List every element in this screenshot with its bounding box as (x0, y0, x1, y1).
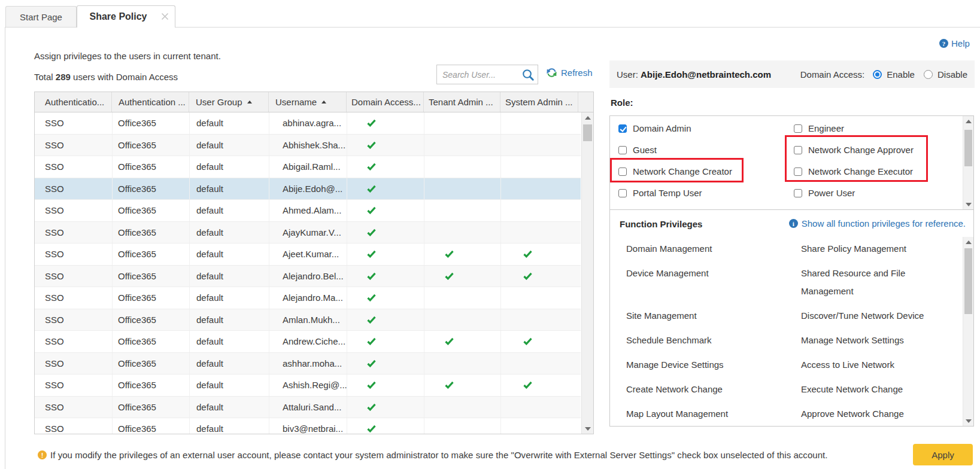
privilege-item: Approve Network Change (785, 402, 959, 425)
role-scroll-down-icon[interactable] (963, 199, 973, 209)
table-row-ajeet-kumar[interactable]: SSOOffice365defaultAjeet.Kumar... (35, 243, 581, 266)
column-header-username[interactable]: Username (269, 92, 347, 112)
column-header-tenant-admin[interactable]: Tenant Admin ... (424, 92, 500, 112)
column-separator (269, 374, 269, 396)
privilege-item: Execute Network Change (785, 377, 959, 402)
column-separator (269, 353, 269, 374)
tab-share-policy[interactable]: Share Policy (77, 5, 175, 28)
checkbox-unchecked-icon[interactable] (618, 168, 627, 176)
table-row-alejandro-ma[interactable]: SSOOffice365defaultAlejandro.Ma... (35, 287, 581, 309)
role-list-scrollbar[interactable] (963, 116, 973, 209)
radio-disable-icon[interactable] (924, 70, 933, 79)
role-option-label: Network Change Executor (808, 166, 913, 176)
column-header-system-admin[interactable]: System Admin ... (500, 92, 578, 112)
privileges-scroll-down-icon[interactable] (963, 416, 973, 426)
privilege-item: Discover/Tune Network Device (785, 304, 959, 328)
column-header-authenticatio[interactable]: Authenticatio... (35, 92, 112, 112)
apply-button[interactable]: Apply (913, 444, 973, 465)
close-tab-icon[interactable] (161, 13, 169, 20)
radio-disable[interactable]: Disable (924, 69, 967, 80)
radio-disable-label: Disable (937, 69, 967, 80)
table-row-ahmed-alam[interactable]: SSOOffice365defaultAhmed.Alam... (35, 200, 581, 222)
username-cell: Alejandro.Ma... (283, 287, 343, 309)
users-table-scrollbar-thumb[interactable] (583, 124, 592, 141)
table-row-ashhar-moha[interactable]: SSOOffice365defaultashhar.moha... (35, 353, 581, 375)
privileges-scrollbar-thumb[interactable] (964, 248, 972, 314)
role-option-engineer[interactable]: Engineer (794, 123, 844, 133)
tab-start-page[interactable]: Start Page (5, 6, 77, 27)
role-option-guest[interactable]: Guest (618, 145, 657, 155)
column-separator (424, 397, 424, 418)
column-separator (112, 243, 113, 265)
column-separator (112, 331, 113, 352)
table-row-attaluri-sand[interactable]: SSOOffice365defaultAttaluri.Sand... (35, 397, 581, 419)
role-option-network-change-creator[interactable]: Network Change Creator (618, 166, 732, 176)
table-row-abhinav-agra[interactable]: SSOOffice365defaultabhinav.agra... (35, 112, 581, 135)
column-separator (112, 397, 113, 418)
user-group-cell: default (196, 287, 223, 309)
checkbox-unchecked-icon[interactable] (794, 168, 802, 176)
privilege-item: Domain Management (610, 237, 785, 261)
auth-type-cell: SSO (45, 178, 64, 200)
checkbox-unchecked-icon[interactable] (618, 189, 627, 197)
checkbox-checked-icon[interactable] (618, 124, 627, 133)
search-user-input[interactable]: Search User... (436, 65, 538, 84)
domain-access-check-icon (365, 135, 377, 156)
table-row-andrew-ciche[interactable]: SSOOffice365defaultAndrew.Ciche... (35, 331, 581, 353)
checkbox-unchecked-icon[interactable] (794, 146, 802, 154)
role-option-power-user[interactable]: Power User (794, 188, 855, 198)
column-separator (189, 418, 190, 434)
column-separator (269, 222, 269, 243)
column-separator (347, 178, 347, 200)
refresh-button[interactable]: Refresh (546, 67, 593, 78)
privileges-scrollbar[interactable] (963, 237, 973, 426)
sort-ascending-icon (321, 100, 326, 103)
refresh-label: Refresh (561, 68, 593, 78)
domain-access-check-icon (365, 222, 377, 243)
role-option-portal-temp-user[interactable]: Portal Temp User (618, 188, 702, 198)
table-row-ashish-regi[interactable]: SSOOffice365defaultAshish.Regi@... (35, 374, 581, 397)
auth-server-cell: Office365 (118, 266, 156, 287)
column-separator (112, 309, 113, 331)
show-all-privileges-label: Show all function privileges for referen… (802, 218, 966, 229)
username-cell: AjayKumar.V... (283, 222, 341, 243)
privileges-scroll-up-icon[interactable] (963, 237, 973, 247)
username-cell: Ashish.Regi@... (283, 374, 347, 396)
search-icon[interactable] (521, 68, 535, 82)
table-row-abije-edoh[interactable]: SSOOffice365defaultAbije.Edoh@... (35, 178, 581, 200)
refresh-icon (546, 67, 557, 78)
radio-enable[interactable]: Enable (873, 69, 915, 80)
table-row-abigail-raml[interactable]: SSOOffice365defaultAbigail.Raml... (35, 156, 581, 178)
show-all-privileges-link[interactable]: i Show all function privileges for refer… (789, 218, 966, 229)
role-scrollbar-thumb[interactable] (964, 130, 972, 166)
column-separator (112, 418, 113, 434)
privilege-row: Manage Device SettingsAccess to Live Net… (610, 353, 959, 377)
scroll-up-icon[interactable] (582, 112, 593, 123)
column-header-user-group[interactable]: User Group (189, 92, 269, 112)
auth-server-cell: Office365 (118, 243, 156, 265)
privilege-item: Manage Network Settings (785, 328, 959, 353)
table-row-abhishek-sha[interactable]: SSOOffice365defaultAbhishek.Sha... (35, 135, 581, 157)
role-option-domain-admin[interactable]: Domain Admin (618, 123, 691, 133)
role-option-network-change-executor[interactable]: Network Change Executor (794, 166, 913, 176)
table-row-amlan-mukh[interactable]: SSOOffice365defaultAmlan.Mukh... (35, 309, 581, 331)
radio-enable-icon[interactable] (873, 70, 882, 79)
column-header-authentication[interactable]: Authentication ... (112, 92, 189, 112)
column-header-domain-access[interactable]: Domain Access... (347, 92, 424, 112)
table-row-ajaykumar-v[interactable]: SSOOffice365defaultAjayKumar.V... (35, 222, 581, 244)
auth-server-cell: Office365 (118, 353, 156, 374)
help-link[interactable]: ? Help (939, 38, 970, 48)
username-cell: Attaluri.Sand... (283, 397, 341, 418)
checkbox-unchecked-icon[interactable] (794, 189, 802, 197)
role-option-network-change-approver[interactable]: Network Change Approver (794, 145, 914, 155)
scroll-down-icon[interactable] (582, 424, 593, 434)
column-separator (424, 200, 424, 221)
column-separator (347, 200, 347, 221)
table-row-alejandro-bel[interactable]: SSOOffice365defaultAlejandro.Bel... (35, 266, 581, 288)
column-separator (269, 331, 269, 352)
users-table-scrollbar[interactable] (581, 112, 593, 434)
table-row-biv3-netbrai[interactable]: SSOOffice365defaultbiv3@netbrai... (35, 418, 581, 434)
checkbox-unchecked-icon[interactable] (618, 146, 627, 154)
checkbox-unchecked-icon[interactable] (794, 124, 802, 133)
role-scroll-up-icon[interactable] (963, 116, 973, 126)
